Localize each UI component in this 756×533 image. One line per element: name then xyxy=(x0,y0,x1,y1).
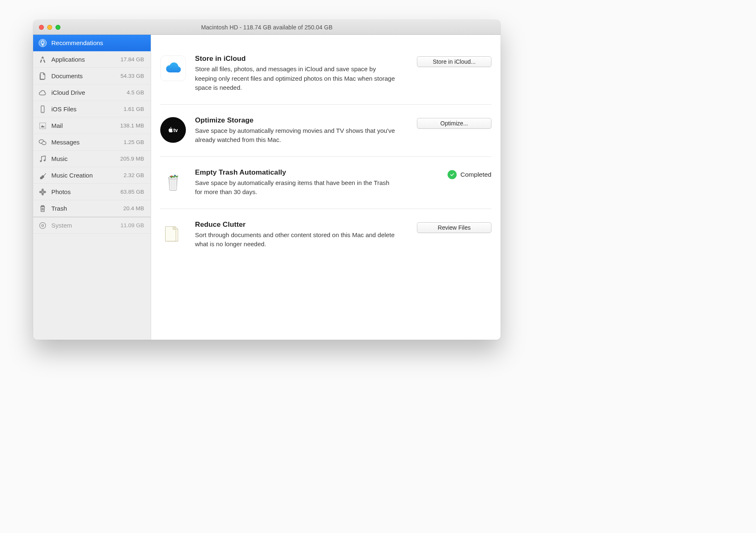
sidebar-item-recommendations[interactable]: Recommendations xyxy=(33,35,151,51)
icloud-icon xyxy=(160,55,186,81)
sidebar-item-size: 63.85 GB xyxy=(115,189,144,195)
sidebar-item-label: Mail xyxy=(51,122,111,129)
recommendation-desc: Sort through documents and other content… xyxy=(195,230,397,249)
review-files-button[interactable]: Review Files xyxy=(417,222,491,233)
recommendation-title: Reduce Clutter xyxy=(195,221,397,229)
recommendation-desc: Store all files, photos, and messages in… xyxy=(195,65,397,93)
zoom-icon[interactable] xyxy=(55,25,60,30)
sidebar-item-mail[interactable]: Mail 138.1 MB xyxy=(33,118,151,134)
sidebar-item-label: Trash xyxy=(51,205,111,212)
recommendation-optimize-storage: tv Optimize Storage Save space by automa… xyxy=(160,105,491,157)
svg-point-17 xyxy=(174,175,176,176)
completed-status: Completed xyxy=(448,170,491,179)
sidebar-item-label: Documents xyxy=(51,72,111,79)
svg-point-13 xyxy=(42,224,44,226)
minimize-icon[interactable] xyxy=(47,25,52,30)
svg-point-6 xyxy=(40,160,41,162)
sidebar-item-label: Applications xyxy=(51,56,111,63)
sidebar-item-trash[interactable]: Trash 20.4 MB xyxy=(33,200,151,217)
svg-point-2 xyxy=(42,111,43,112)
svg-point-7 xyxy=(43,159,45,161)
svg-point-16 xyxy=(171,175,172,176)
svg-point-5 xyxy=(42,141,46,144)
status-label: Completed xyxy=(460,171,491,178)
trash-icon xyxy=(38,204,47,213)
optimize-button[interactable]: Optimize... xyxy=(417,118,491,129)
checkmark-icon xyxy=(448,170,457,179)
sidebar-item-ios-files[interactable]: iOS Files 1.61 GB xyxy=(33,101,151,118)
recommendation-desc: Save space by automatically erasing item… xyxy=(195,178,397,197)
sidebar-item-size: 20.4 MB xyxy=(115,205,144,211)
sidebar-item-label: Music Creation xyxy=(51,172,111,179)
sidebar-item-size: 54.33 GB xyxy=(115,73,144,79)
sidebar-item-size: 2.32 GB xyxy=(115,172,144,178)
sidebar-item-label: iOS Files xyxy=(51,106,111,113)
photos-icon xyxy=(38,187,47,197)
sidebar-item-label: Messages xyxy=(51,139,111,146)
sidebar-item-label: Recommendations xyxy=(51,39,111,46)
titlebar[interactable]: Macintosh HD - 118.74 GB available of 25… xyxy=(33,20,501,35)
sidebar-item-music-creation[interactable]: Music Creation 2.32 GB xyxy=(33,167,151,184)
cloud-icon xyxy=(38,88,47,97)
sidebar-item-messages[interactable]: Messages 1.25 GB xyxy=(33,134,151,151)
documents-stack-icon xyxy=(160,221,186,247)
sidebar-item-applications[interactable]: Applications 17.84 GB xyxy=(33,51,151,68)
sidebar-item-photos[interactable]: Photos 63.85 GB xyxy=(33,184,151,200)
sidebar-item-music[interactable]: Music 205.9 MB xyxy=(33,151,151,167)
store-in-icloud-button[interactable]: Store in iCloud... xyxy=(417,56,491,67)
stamp-icon xyxy=(38,121,47,130)
sidebar-item-size: 138.1 MB xyxy=(115,122,144,129)
window-title: Macintosh HD - 118.74 GB available of 25… xyxy=(33,24,501,31)
recommendation-desc: Save space by automatically removing mov… xyxy=(195,126,397,145)
recommendation-title: Store in iCloud xyxy=(195,55,397,63)
sidebar-item-size: 17.84 GB xyxy=(115,56,144,62)
phone-icon xyxy=(38,105,47,114)
disk-icon xyxy=(38,221,47,230)
recommendations-panel: Store in iCloud Store all files, photos,… xyxy=(151,35,501,340)
recommendation-empty-trash: Empty Trash Automatically Save space by … xyxy=(160,157,491,209)
recommendation-store-in-icloud: Store in iCloud Store all files, photos,… xyxy=(160,43,491,105)
sidebar-item-size: 4.5 GB xyxy=(115,89,144,96)
sidebar-item-documents[interactable]: Documents 54.33 GB xyxy=(33,68,151,84)
documents-icon xyxy=(38,72,47,81)
recommendation-title: Optimize Storage xyxy=(195,116,397,125)
sidebar-item-label: Music xyxy=(51,155,111,162)
sidebar-item-label: Photos xyxy=(51,188,111,195)
sidebar-item-system[interactable]: System 11.09 GB xyxy=(33,217,151,234)
music-icon xyxy=(38,154,47,163)
guitar-icon xyxy=(38,171,47,180)
svg-point-8 xyxy=(41,188,44,191)
messages-icon xyxy=(38,138,47,147)
svg-point-9 xyxy=(41,192,44,195)
recommendation-title: Empty Trash Automatically xyxy=(195,168,397,177)
lightbulb-icon xyxy=(38,38,47,48)
svg-text:tv: tv xyxy=(173,127,178,133)
sidebar-item-size: 11.09 GB xyxy=(115,222,144,228)
svg-point-10 xyxy=(39,191,42,193)
sidebar-item-icloud-drive[interactable]: iCloud Drive 4.5 GB xyxy=(33,84,151,101)
recommendation-reduce-clutter: Reduce Clutter Sort through documents an… xyxy=(160,209,491,261)
sidebar-item-size: 1.61 GB xyxy=(115,106,144,112)
svg-point-11 xyxy=(43,191,46,193)
sidebar-item-label: System xyxy=(51,222,111,229)
sidebar-item-size: 1.25 GB xyxy=(115,139,144,145)
traffic-lights xyxy=(33,25,60,30)
storage-management-window: Macintosh HD - 118.74 GB available of 25… xyxy=(33,20,501,340)
sidebar-item-label: iCloud Drive xyxy=(51,89,111,96)
applications-icon xyxy=(38,55,47,64)
svg-point-12 xyxy=(40,222,46,228)
sidebar: Recommendations Applications 17.84 GB Do… xyxy=(33,35,151,340)
trash-full-icon xyxy=(160,169,186,195)
appletv-icon: tv xyxy=(160,117,186,143)
sidebar-item-size: 205.9 MB xyxy=(115,156,144,162)
close-icon[interactable] xyxy=(39,25,44,30)
